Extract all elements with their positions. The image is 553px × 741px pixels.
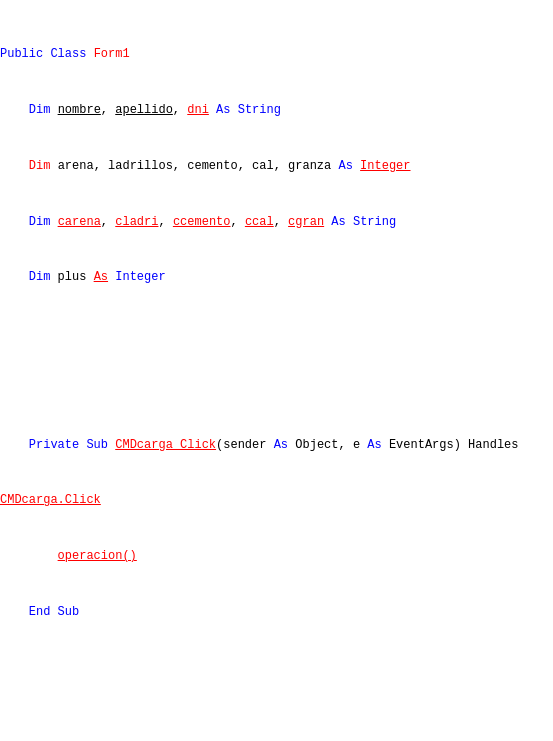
code-line-9: CMDcarga.Click <box>0 491 553 510</box>
code-line-10: operacion() <box>0 547 553 566</box>
code-line-5: Dim plus As Integer <box>0 268 553 287</box>
code-line-8: Private Sub CMDcarga_Click(sender As Obj… <box>0 436 553 455</box>
code-line-2: Dim nombre, apellido, dni As String <box>0 101 553 120</box>
code-line-12 <box>0 659 553 678</box>
code-line-6 <box>0 324 553 343</box>
code-line-4: Dim carena, cladri, ccemento, ccal, cgra… <box>0 213 553 232</box>
code-line-13 <box>0 715 553 734</box>
code-line-1: Public Class Form1 <box>0 45 553 64</box>
code-editor: Public Class Form1 Dim nombre, apellido,… <box>0 0 553 741</box>
code-line-3: Dim arena, ladrillos, cemento, cal, gran… <box>0 157 553 176</box>
code-line-7 <box>0 380 553 399</box>
code-line-11: End Sub <box>0 603 553 622</box>
